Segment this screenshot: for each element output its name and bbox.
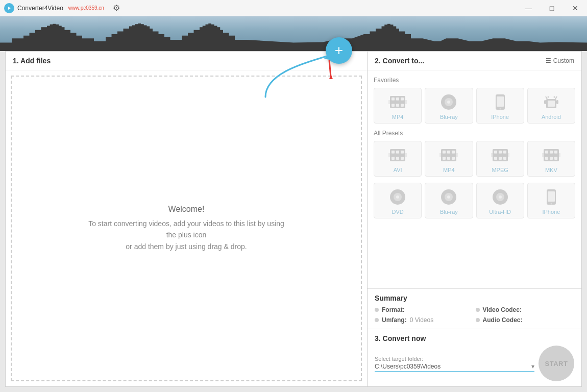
all-presets-grid-row2: DVD Blu-ray Ultra-HD [374,183,575,218]
preset-item-mpeg[interactable]: MPEG [476,141,524,177]
add-files-button[interactable]: + [326,37,352,64]
disc-icon [439,92,458,112]
preset-item-iphone[interactable]: IPhone [527,183,575,218]
custom-button[interactable]: ☰ Custom [546,57,574,64]
preset-label-dvd: DVD [392,209,404,215]
preset-label-bluray: Blu-ray [440,209,458,215]
preset-item-bluray[interactable]: Blu-ray [425,183,473,218]
convert-to-header: 2. Convert to... ☰ Custom [368,52,581,70]
instruction-text: To start converting videos, add your vid… [84,218,288,252]
summary-section: Summary Format: Video Codec: Umfang: 0 V… [368,288,581,329]
svg-rect-12 [388,100,407,104]
format-dot [375,308,379,312]
film-icon-mkv [542,145,561,165]
left-panel: 1. Add files Welcome! To start convertin… [5,51,368,387]
folder-select[interactable]: C:\Users\pc0359\Videos ▾ [375,363,534,372]
app-icon [4,3,14,13]
custom-label: Custom [553,57,574,64]
maximize-button[interactable]: □ [540,0,564,16]
audio-codec-dot [476,318,480,322]
preset-label-mp4-fav: MP4 [392,114,404,120]
preset-item-mp4[interactable]: MP4 [425,141,473,177]
convert-to-title: 2. Convert to... [375,57,424,65]
convert-section: Favorites MP4 Blu-ray [368,70,581,288]
format-key: Format: [382,306,405,313]
svg-point-62 [447,195,450,199]
app-title: Converter4Video [17,5,63,12]
preset-label-mp4: MP4 [443,167,455,173]
banner [0,16,587,51]
minimize-icon: — [525,4,532,12]
svg-rect-67 [548,191,555,202]
add-files-header: 1. Add files [6,52,367,70]
film-icon-mpeg [491,145,510,165]
svg-rect-20 [548,101,555,107]
film-icon-mp4 [439,145,458,165]
svg-rect-21 [544,100,546,104]
preset-item-bluray-fav[interactable]: Blu-ray [425,88,473,124]
video-codec-row: Video Codec: [476,306,575,313]
main-container: 1. Add files Welcome! To start convertin… [5,51,582,387]
svg-point-59 [396,195,399,199]
svg-rect-32 [388,153,407,157]
svg-rect-56 [542,153,560,157]
svg-point-65 [499,195,502,199]
convert-now-title: 3. Convert now [375,334,574,342]
svg-point-23 [547,96,549,98]
svg-point-24 [553,96,555,98]
preset-item-iphone-fav[interactable]: IPhone [476,88,524,124]
right-panel: 2. Convert to... ☰ Custom Favorites MP4 [368,51,582,387]
preset-label-ultra-hd: Ultra-HD [489,209,511,215]
drop-zone[interactable]: Welcome! To start converting videos, add… [11,76,362,381]
watermark: www.pc0359.cn [68,5,104,11]
umfang-dot [375,318,379,322]
preset-item-mkv[interactable]: MKV [527,141,575,177]
folder-path: C:\Users\pc0359\Videos [375,363,529,370]
gear-icon: ⚙ [113,3,120,13]
film-icon [388,92,407,112]
android-icon [542,92,561,112]
svg-rect-17 [497,96,504,107]
folder-label: Select target folder: [375,356,534,362]
banner-silhouette [0,23,587,51]
video-codec-dot [476,308,480,312]
all-presets-grid-row1: AVI MP4 MPEG [374,141,575,177]
preset-item-android-fav[interactable]: Android [527,88,575,124]
audio-codec-row: Audio Codec: [476,316,575,324]
preset-label-iphone-fav: IPhone [491,114,509,120]
preset-item-avi[interactable]: AVI [374,141,422,177]
audio-codec-key: Audio Codec: [483,316,523,324]
svg-rect-40 [439,153,458,157]
preset-label-iphone: IPhone [542,209,560,215]
format-row: Format: [375,306,474,313]
umfang-value: 0 Videos [410,316,433,324]
minimize-button[interactable]: — [517,0,540,16]
video-codec-key: Video Codec: [483,306,522,313]
preset-item-ultra-hd[interactable]: Ultra-HD [476,183,524,218]
window-controls: — □ ✕ [517,0,587,16]
summary-grid: Format: Video Codec: Umfang: 0 Videos Au… [375,306,574,324]
umfang-row: Umfang: 0 Videos [375,316,474,324]
chevron-down-icon: ▾ [531,363,534,370]
maximize-icon: □ [550,4,554,12]
close-button[interactable]: ✕ [564,0,587,16]
app-logo: Converter4Video www.pc0359.cn [0,3,108,13]
svg-point-68 [550,203,552,205]
preset-label-mpeg: MPEG [492,167,508,173]
disc-icon-dvd [388,187,407,207]
svg-point-15 [447,101,450,104]
film-icon-avi [388,145,407,165]
convert-now-row: Select target folder: C:\Users\pc0359\Vi… [375,346,574,381]
settings-button[interactable]: ⚙ [108,0,125,16]
svg-point-18 [499,108,501,110]
convert-now-section: 3. Convert now Select target folder: C:\… [368,329,581,386]
favorites-label: Favorites [374,77,575,84]
start-button[interactable]: START [539,346,574,381]
disc-icon-bluray [439,187,458,207]
umfang-key: Umfang: [382,316,407,324]
preset-label-mkv: MKV [545,167,557,173]
welcome-text: Welcome! [168,205,205,214]
preset-item-dvd[interactable]: DVD [374,183,422,218]
favorites-grid: MP4 Blu-ray IPhone [374,88,575,124]
preset-item-mp4-fav[interactable]: MP4 [374,88,422,124]
